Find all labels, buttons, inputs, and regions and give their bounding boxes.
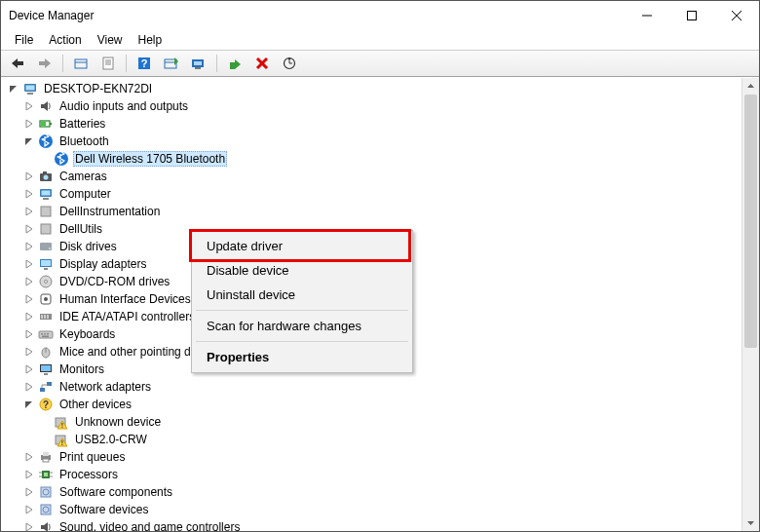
toolbar: ? [1, 50, 759, 77]
client-area: DESKTOP-EKN72DIAudio inputs and outputsB… [1, 77, 759, 531]
toolbar-separator [126, 55, 127, 72]
tree-item[interactable]: Batteries [3, 115, 741, 133]
tree-item[interactable]: DellInstrumentation [3, 203, 741, 220]
tree-item-label: Keyboards [57, 326, 117, 342]
ctx-scan-hardware[interactable]: Scan for hardware changes [195, 314, 409, 338]
svg-rect-54 [44, 333, 46, 335]
svg-rect-27 [50, 123, 52, 125]
toolbar-separator [216, 55, 217, 72]
generic-icon [38, 221, 54, 237]
audio-icon [38, 98, 54, 114]
svg-rect-5 [39, 61, 46, 65]
expand-toggle[interactable] [22, 468, 36, 481]
tree-item-label: Computer [57, 186, 113, 202]
tree-root[interactable]: DESKTOP-EKN72DI [3, 80, 741, 97]
maximize-button[interactable] [669, 1, 714, 30]
tree-item[interactable]: Computer [3, 185, 741, 203]
expand-toggle[interactable] [22, 240, 36, 253]
computer-icon [22, 81, 38, 96]
printer-icon [38, 449, 54, 465]
tree-item[interactable]: ?Other devices [3, 396, 741, 413]
show-hidden-button[interactable] [68, 52, 94, 75]
legacy-add-button[interactable] [159, 52, 184, 75]
expand-toggle[interactable] [22, 257, 36, 271]
tree-item[interactable]: Sound, video and game controllers [3, 518, 741, 531]
menu-help[interactable]: Help [131, 31, 171, 49]
ctx-uninstall-device[interactable]: Uninstall device [195, 283, 409, 307]
tree-item[interactable]: Audio inputs and outputs [3, 97, 741, 115]
expand-toggle[interactable] [22, 503, 36, 516]
expand-toggle[interactable] [22, 362, 36, 376]
system-buttons [625, 1, 759, 30]
expand-toggle[interactable] [22, 187, 36, 201]
expand-toggle[interactable] [22, 134, 36, 148]
close-button[interactable] [714, 1, 759, 30]
svg-rect-18 [195, 67, 201, 69]
tree-item-label: Software devices [57, 502, 150, 517]
svg-rect-74 [44, 473, 48, 476]
tree-item-label: DVD/CD-ROM drives [57, 274, 171, 289]
expand-toggle[interactable] [22, 275, 36, 288]
menu-action[interactable]: Action [41, 31, 89, 49]
forward-button[interactable] [32, 52, 57, 75]
menu-file[interactable]: File [7, 31, 41, 49]
camera-icon [38, 169, 54, 184]
tree-item[interactable]: !Unknown device [3, 413, 741, 431]
tree-item-label: Other devices [57, 397, 133, 412]
back-button[interactable] [5, 52, 30, 75]
titlebar: Device Manager [1, 1, 759, 30]
tree-item[interactable]: Cameras [3, 168, 741, 185]
scan-hardware-button[interactable] [277, 52, 302, 75]
svg-rect-61 [44, 373, 48, 375]
svg-rect-38 [41, 224, 51, 234]
expand-toggle[interactable] [22, 380, 36, 394]
expand-toggle[interactable] [22, 520, 36, 531]
tree-item[interactable]: Dell Wireless 1705 Bluetooth [3, 150, 741, 168]
menu-view[interactable]: View [90, 31, 131, 49]
generic-icon [38, 204, 54, 219]
expand-toggle[interactable] [22, 345, 36, 359]
expand-toggle[interactable] [22, 398, 36, 411]
tree-item-label: Processors [57, 467, 120, 482]
tree-item[interactable]: Bluetooth [3, 133, 741, 150]
update-driver-toolbar-button[interactable] [186, 52, 211, 75]
tree-item[interactable]: Software components [3, 483, 741, 501]
help-button[interactable]: ? [132, 52, 157, 75]
expand-toggle[interactable] [22, 485, 36, 499]
tree-item[interactable]: Processors [3, 466, 741, 483]
tree-item-label: DESKTOP-EKN72DI [42, 81, 154, 96]
tree-item[interactable]: Software devices [3, 501, 741, 518]
expand-toggle[interactable] [22, 310, 36, 323]
svg-rect-51 [47, 315, 49, 319]
svg-point-40 [49, 247, 51, 249]
expand-toggle[interactable] [22, 170, 36, 183]
expand-toggle[interactable] [22, 450, 36, 464]
uninstall-button[interactable] [249, 52, 275, 75]
tree-item[interactable]: Print queues [3, 448, 741, 466]
svg-point-45 [45, 281, 48, 284]
enable-device-button[interactable] [222, 52, 247, 75]
expand-toggle[interactable] [22, 222, 36, 236]
tree-item[interactable]: Network adapters [3, 378, 741, 396]
expand-toggle[interactable] [22, 292, 36, 306]
expand-toggle[interactable] [22, 99, 36, 113]
expand-toggle[interactable] [22, 327, 36, 341]
tree-item[interactable]: !USB2.0-CRW [3, 431, 741, 448]
svg-text:!: ! [61, 439, 63, 446]
properties-button[interactable] [95, 52, 121, 75]
expand-toggle [38, 415, 52, 429]
scroll-down-button[interactable] [742, 514, 759, 531]
tree-item-label: Audio inputs and outputs [57, 98, 190, 114]
scroll-thumb[interactable] [744, 95, 757, 348]
vertical-scrollbar[interactable] [741, 78, 759, 531]
tree-item-label: Display adapters [57, 256, 148, 272]
minimize-button[interactable] [625, 1, 669, 30]
svg-rect-53 [41, 333, 43, 335]
expand-toggle[interactable] [22, 205, 36, 218]
expand-toggle[interactable] [7, 82, 20, 95]
ctx-update-driver[interactable]: Update driver [195, 234, 409, 258]
expand-toggle[interactable] [22, 117, 36, 131]
scroll-up-button[interactable] [742, 78, 759, 95]
ctx-disable-device[interactable]: Disable device [195, 258, 409, 283]
ctx-properties[interactable]: Properties [195, 345, 409, 369]
